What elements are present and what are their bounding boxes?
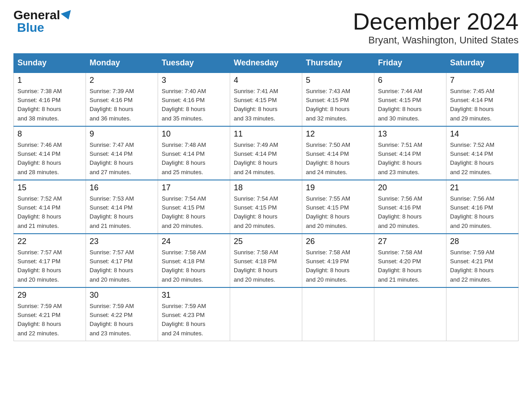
day-info: Sunrise: 7:58 AM Sunset: 4:18 PM Dayligh… — [234, 248, 298, 284]
location-text: Bryant, Washington, United States — [353, 34, 519, 46]
calendar-cell — [446, 287, 519, 341]
calendar-cell: 19 Sunrise: 7:55 AM Sunset: 4:15 PM Dayl… — [302, 180, 374, 234]
calendar-cell: 22 Sunrise: 7:57 AM Sunset: 4:17 PM Dayl… — [14, 234, 86, 287]
calendar-cell: 6 Sunrise: 7:44 AM Sunset: 4:15 PM Dayli… — [374, 73, 446, 126]
logo-triangle-icon — [61, 10, 74, 21]
calendar-cell — [374, 287, 446, 341]
day-info: Sunrise: 7:44 AM Sunset: 4:15 PM Dayligh… — [378, 87, 442, 123]
day-info: Sunrise: 7:58 AM Sunset: 4:18 PM Dayligh… — [162, 248, 226, 284]
day-info: Sunrise: 7:59 AM Sunset: 4:21 PM Dayligh… — [450, 248, 515, 284]
calendar-cell: 16 Sunrise: 7:53 AM Sunset: 4:14 PM Dayl… — [86, 180, 158, 234]
day-number: 20 — [378, 183, 442, 193]
day-info: Sunrise: 7:57 AM Sunset: 4:17 PM Dayligh… — [17, 248, 82, 284]
day-number: 1 — [17, 76, 82, 85]
header-wednesday: Wednesday — [230, 54, 302, 73]
calendar-week-1: 1 Sunrise: 7:38 AM Sunset: 4:16 PM Dayli… — [14, 73, 519, 126]
day-number: 10 — [162, 129, 226, 139]
day-number: 13 — [378, 129, 442, 139]
day-info: Sunrise: 7:52 AM Sunset: 4:14 PM Dayligh… — [450, 141, 515, 177]
day-number: 4 — [234, 76, 298, 85]
calendar-cell: 17 Sunrise: 7:54 AM Sunset: 4:15 PM Dayl… — [158, 180, 230, 234]
calendar-cell: 27 Sunrise: 7:58 AM Sunset: 4:20 PM Dayl… — [374, 234, 446, 287]
calendar-cell: 13 Sunrise: 7:51 AM Sunset: 4:14 PM Dayl… — [374, 126, 446, 180]
calendar-cell: 20 Sunrise: 7:56 AM Sunset: 4:16 PM Dayl… — [374, 180, 446, 234]
day-info: Sunrise: 7:56 AM Sunset: 4:16 PM Dayligh… — [450, 194, 515, 231]
calendar-cell: 28 Sunrise: 7:59 AM Sunset: 4:21 PM Dayl… — [446, 234, 519, 287]
calendar-cell: 11 Sunrise: 7:49 AM Sunset: 4:14 PM Dayl… — [230, 126, 302, 180]
day-number: 3 — [162, 76, 226, 85]
day-number: 7 — [450, 76, 515, 85]
title-section: December 2024 Bryant, Washington, United… — [353, 9, 519, 46]
day-info: Sunrise: 7:57 AM Sunset: 4:17 PM Dayligh… — [90, 248, 154, 284]
calendar-week-5: 29 Sunrise: 7:59 AM Sunset: 4:21 PM Dayl… — [14, 287, 519, 341]
calendar-week-3: 15 Sunrise: 7:52 AM Sunset: 4:14 PM Dayl… — [14, 180, 519, 234]
calendar-cell: 29 Sunrise: 7:59 AM Sunset: 4:21 PM Dayl… — [14, 287, 86, 341]
day-info: Sunrise: 7:56 AM Sunset: 4:16 PM Dayligh… — [378, 194, 442, 231]
calendar-cell — [302, 287, 374, 341]
day-info: Sunrise: 7:59 AM Sunset: 4:22 PM Dayligh… — [90, 302, 154, 338]
day-number: 5 — [306, 76, 370, 85]
day-number: 12 — [306, 129, 370, 139]
logo-general-text: General — [13, 9, 60, 21]
calendar-cell: 5 Sunrise: 7:43 AM Sunset: 4:15 PM Dayli… — [302, 73, 374, 126]
day-info: Sunrise: 7:45 AM Sunset: 4:14 PM Dayligh… — [450, 87, 515, 123]
day-number: 25 — [234, 237, 298, 246]
calendar-cell: 18 Sunrise: 7:54 AM Sunset: 4:15 PM Dayl… — [230, 180, 302, 234]
header-monday: Monday — [86, 54, 158, 73]
calendar-cell — [230, 287, 302, 341]
day-number: 18 — [234, 183, 298, 193]
calendar-cell: 21 Sunrise: 7:56 AM Sunset: 4:16 PM Dayl… — [446, 180, 519, 234]
day-number: 16 — [90, 183, 154, 193]
month-title: December 2024 — [353, 9, 519, 34]
day-info: Sunrise: 7:43 AM Sunset: 4:15 PM Dayligh… — [306, 87, 370, 123]
day-info: Sunrise: 7:46 AM Sunset: 4:14 PM Dayligh… — [17, 141, 82, 177]
calendar-cell: 23 Sunrise: 7:57 AM Sunset: 4:17 PM Dayl… — [86, 234, 158, 287]
day-info: Sunrise: 7:59 AM Sunset: 4:21 PM Dayligh… — [17, 302, 82, 338]
day-info: Sunrise: 7:55 AM Sunset: 4:15 PM Dayligh… — [306, 194, 370, 231]
day-info: Sunrise: 7:54 AM Sunset: 4:15 PM Dayligh… — [234, 194, 298, 231]
calendar-cell: 15 Sunrise: 7:52 AM Sunset: 4:14 PM Dayl… — [14, 180, 86, 234]
header-tuesday: Tuesday — [158, 54, 230, 73]
day-info: Sunrise: 7:59 AM Sunset: 4:23 PM Dayligh… — [162, 302, 226, 338]
calendar-cell: 8 Sunrise: 7:46 AM Sunset: 4:14 PM Dayli… — [14, 126, 86, 180]
calendar-cell: 10 Sunrise: 7:48 AM Sunset: 4:14 PM Dayl… — [158, 126, 230, 180]
day-info: Sunrise: 7:38 AM Sunset: 4:16 PM Dayligh… — [17, 87, 82, 123]
day-number: 6 — [378, 76, 442, 85]
day-number: 14 — [450, 129, 515, 139]
calendar-cell: 4 Sunrise: 7:41 AM Sunset: 4:15 PM Dayli… — [230, 73, 302, 126]
calendar-cell: 31 Sunrise: 7:59 AM Sunset: 4:23 PM Dayl… — [158, 287, 230, 341]
day-number: 17 — [162, 183, 226, 193]
calendar-cell: 2 Sunrise: 7:39 AM Sunset: 4:16 PM Dayli… — [86, 73, 158, 126]
day-number: 24 — [162, 237, 226, 246]
day-info: Sunrise: 7:53 AM Sunset: 4:14 PM Dayligh… — [90, 194, 154, 231]
day-info: Sunrise: 7:41 AM Sunset: 4:15 PM Dayligh… — [234, 87, 298, 123]
calendar-cell: 9 Sunrise: 7:47 AM Sunset: 4:14 PM Dayli… — [86, 126, 158, 180]
day-number: 31 — [162, 291, 226, 300]
day-number: 26 — [306, 237, 370, 246]
page-header: General Blue December 2024 Bryant, Washi… — [13, 9, 519, 46]
day-number: 27 — [378, 237, 442, 246]
calendar-cell: 25 Sunrise: 7:58 AM Sunset: 4:18 PM Dayl… — [230, 234, 302, 287]
day-info: Sunrise: 7:51 AM Sunset: 4:14 PM Dayligh… — [378, 141, 442, 177]
calendar-body: 1 Sunrise: 7:38 AM Sunset: 4:16 PM Dayli… — [14, 73, 519, 341]
day-number: 29 — [17, 291, 82, 300]
calendar-cell: 14 Sunrise: 7:52 AM Sunset: 4:14 PM Dayl… — [446, 126, 519, 180]
calendar-cell: 1 Sunrise: 7:38 AM Sunset: 4:16 PM Dayli… — [14, 73, 86, 126]
header-thursday: Thursday — [302, 54, 374, 73]
calendar-header-row: Sunday Monday Tuesday Wednesday Thursday… — [14, 54, 519, 73]
day-info: Sunrise: 7:39 AM Sunset: 4:16 PM Dayligh… — [90, 87, 154, 123]
calendar-week-2: 8 Sunrise: 7:46 AM Sunset: 4:14 PM Dayli… — [14, 126, 519, 180]
day-info: Sunrise: 7:40 AM Sunset: 4:16 PM Dayligh… — [162, 87, 226, 123]
day-number: 2 — [90, 76, 154, 85]
day-number: 30 — [90, 291, 154, 300]
day-info: Sunrise: 7:54 AM Sunset: 4:15 PM Dayligh… — [162, 194, 226, 231]
day-info: Sunrise: 7:50 AM Sunset: 4:14 PM Dayligh… — [306, 141, 370, 177]
calendar-cell: 7 Sunrise: 7:45 AM Sunset: 4:14 PM Dayli… — [446, 73, 519, 126]
day-number: 8 — [17, 129, 82, 139]
day-info: Sunrise: 7:52 AM Sunset: 4:14 PM Dayligh… — [17, 194, 82, 231]
day-info: Sunrise: 7:49 AM Sunset: 4:14 PM Dayligh… — [234, 141, 298, 177]
calendar-cell: 24 Sunrise: 7:58 AM Sunset: 4:18 PM Dayl… — [158, 234, 230, 287]
calendar-cell: 3 Sunrise: 7:40 AM Sunset: 4:16 PM Dayli… — [158, 73, 230, 126]
header-saturday: Saturday — [446, 54, 519, 73]
day-number: 22 — [17, 237, 82, 246]
